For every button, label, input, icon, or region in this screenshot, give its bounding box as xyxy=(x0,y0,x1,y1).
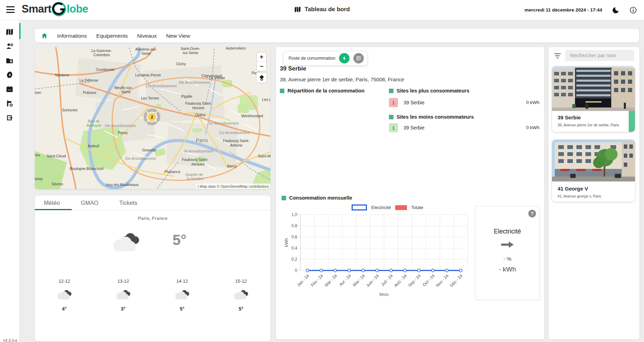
section-bullet xyxy=(280,89,284,93)
cluster-count: 2 xyxy=(151,114,153,120)
svg-text:0: 0 xyxy=(295,268,297,273)
svg-text:0,2: 0,2 xyxy=(291,257,297,262)
svg-text:17e Arrondissement: 17e Arrondissement xyxy=(146,84,177,88)
svg-text:Ménilmontant: Ménilmontant xyxy=(241,114,263,118)
forecast-date: 14-12 xyxy=(176,278,188,284)
svg-text:11e Arrondissement: 11e Arrondissement xyxy=(219,131,250,135)
logo-text-smart: Smart xyxy=(22,3,51,15)
page-title: Tableau de bord xyxy=(294,6,350,13)
zoom-out-button[interactable]: − xyxy=(257,61,266,71)
tab-meteo[interactable]: Météo xyxy=(35,200,70,206)
logout-icon[interactable] xyxy=(6,113,14,122)
info-icon[interactable] xyxy=(629,6,637,14)
forecast-day: 13-12 3° xyxy=(114,278,132,312)
nav-item-new-view[interactable]: New View xyxy=(166,33,190,39)
svg-text:Faubourg Saint-: Faubourg Saint- xyxy=(185,101,212,105)
forecast-temp: 3° xyxy=(121,306,125,312)
site-rank-badge: 1 xyxy=(389,123,398,132)
map-layers-button[interactable] xyxy=(256,72,267,83)
svg-text:0,4: 0,4 xyxy=(291,246,297,251)
forecast-date: 12-12 xyxy=(59,278,70,284)
search-input[interactable] xyxy=(565,50,634,61)
map-zoom-controls: + − xyxy=(256,52,267,71)
calendar-icon[interactable] xyxy=(6,85,14,93)
svg-text:Ville-d'Avray: Ville-d'Avray xyxy=(35,177,43,181)
forecast-day: 14-12 5° xyxy=(173,278,191,312)
svg-text:Faubourg Saint-: Faubourg Saint- xyxy=(182,157,208,162)
menu-icon[interactable] xyxy=(6,6,15,13)
zoom-in-button[interactable]: + xyxy=(257,52,266,61)
svg-text:18e Arrondissement: 18e Arrondissement xyxy=(178,81,209,84)
consumption-type-chip[interactable]: Poste de consommation xyxy=(283,51,368,66)
energy-kwh: - kWh xyxy=(475,266,539,273)
filter-icon[interactable] xyxy=(554,52,561,61)
building-address: 41, Avenue george v, Paris xyxy=(558,194,601,198)
monthly-chart-title: Consommation mensuelle xyxy=(282,195,352,201)
forecast-day: 12-12 4° xyxy=(55,278,74,312)
nav-item-equipements[interactable]: Equipements xyxy=(96,33,128,39)
site-row-name[interactable]: 39 Serbie xyxy=(404,125,424,131)
map-canvas[interactable]: La Garenne-ColombesAsnières-sur-SeineSai… xyxy=(35,47,270,189)
right-arrow-icon xyxy=(475,240,539,249)
energy-icon[interactable] xyxy=(6,70,14,79)
section-bullet xyxy=(389,89,393,93)
svg-text:Juil - 24: Juil - 24 xyxy=(380,273,394,287)
svg-text:Passy: Passy xyxy=(118,131,128,135)
svg-text:la Glacière: la Glacière xyxy=(187,177,204,181)
svg-text:5e Arrondissement: 5e Arrondissement xyxy=(184,149,213,153)
section-bullet xyxy=(389,115,393,119)
map-icon[interactable] xyxy=(6,28,14,36)
svg-text:Jan - 24: Jan - 24 xyxy=(296,273,310,288)
legend-label-totale: Totale xyxy=(411,205,423,210)
legend-swatch-electricite xyxy=(352,205,367,210)
svg-text:sur-Seine: sur-Seine xyxy=(183,51,198,55)
svg-text:Sep - 24: Sep - 24 xyxy=(407,273,422,288)
buildings-panel: 39 Serbie 39, Avenue pierre 1er de serbi… xyxy=(549,47,639,340)
selected-indicator xyxy=(629,111,635,132)
svg-text:Garches: Garches xyxy=(35,153,40,157)
consumption-panel: Poste de consommation 39 Serbie 39, Aven… xyxy=(276,47,544,340)
svg-text:Oct - 24: Oct - 24 xyxy=(422,273,436,287)
forecast-date: 15-12 xyxy=(235,278,247,284)
svg-text:Fév - 24: Fév - 24 xyxy=(310,273,324,288)
svg-text:Mai - 24: Mai - 24 xyxy=(352,273,366,288)
svg-text:Saint-Cloud: Saint-Cloud xyxy=(47,154,66,158)
svg-text:Saint-Ouen-: Saint-Ouen- xyxy=(181,47,200,51)
svg-text:La Garenne-: La Garenne- xyxy=(91,49,112,53)
datetime: mercredi 11 décembre 2024 - 17:44 xyxy=(524,7,602,13)
nav-item-niveaux[interactable]: Niveaux xyxy=(137,33,157,39)
page-title-text: Tableau de bord xyxy=(305,6,350,13)
sites-selector-icon[interactable] xyxy=(353,53,364,64)
svg-text:1,0: 1,0 xyxy=(291,212,297,217)
help-icon[interactable]: ? xyxy=(528,210,536,217)
svg-text:Paris: Paris xyxy=(196,137,208,143)
svg-text:Pigalle: Pigalle xyxy=(181,94,192,98)
app-logo[interactable]: Smart lobe xyxy=(22,2,88,16)
dark-mode-icon[interactable] xyxy=(612,6,620,14)
lightning-icon[interactable] xyxy=(339,53,350,64)
tab-gmao[interactable]: GMAO xyxy=(70,200,109,206)
clouds-icon xyxy=(55,289,74,301)
repartition-section-title: Répartition de la consommation xyxy=(280,88,365,94)
map-attribution[interactable]: | Map data © OpenStreetMap contributors xyxy=(196,184,270,189)
building-card-41-george-v[interactable]: 41 George V 41, Avenue george v, Paris xyxy=(552,140,635,202)
building-photo xyxy=(552,140,635,181)
forecast-date: 13-12 xyxy=(117,278,129,284)
svg-text:Issy-les-Moulineaux: Issy-les-Moulineaux xyxy=(106,183,139,187)
topbar-right: mercredi 11 décembre 2024 - 17:44 xyxy=(524,0,637,20)
technician-icon[interactable] xyxy=(6,42,14,50)
building-card-39-serbie[interactable]: 39 Serbie 39, Avenue pierre 1er de serbi… xyxy=(552,66,635,132)
home-icon[interactable] xyxy=(41,32,48,39)
documents-icon[interactable] xyxy=(6,56,14,65)
left-sidebar: v2.3.3-a xyxy=(0,20,20,342)
current-temperature: 5° xyxy=(172,232,186,248)
tab-tickets[interactable]: Tickets xyxy=(109,200,148,206)
nav-item-informations[interactable]: Informations xyxy=(57,33,87,39)
map-cluster-marker[interactable]: 2 xyxy=(144,109,160,125)
site-settings-icon[interactable] xyxy=(6,99,14,107)
svg-text:Courbevoie: Courbevoie xyxy=(96,67,115,72)
map-panel: La Garenne-ColombesAsnières-sur-SeineSai… xyxy=(35,47,270,189)
site-row-name[interactable]: 39 Serbie xyxy=(404,100,424,105)
building-name: 41 George V xyxy=(558,186,588,192)
svg-text:0,6: 0,6 xyxy=(291,235,297,239)
